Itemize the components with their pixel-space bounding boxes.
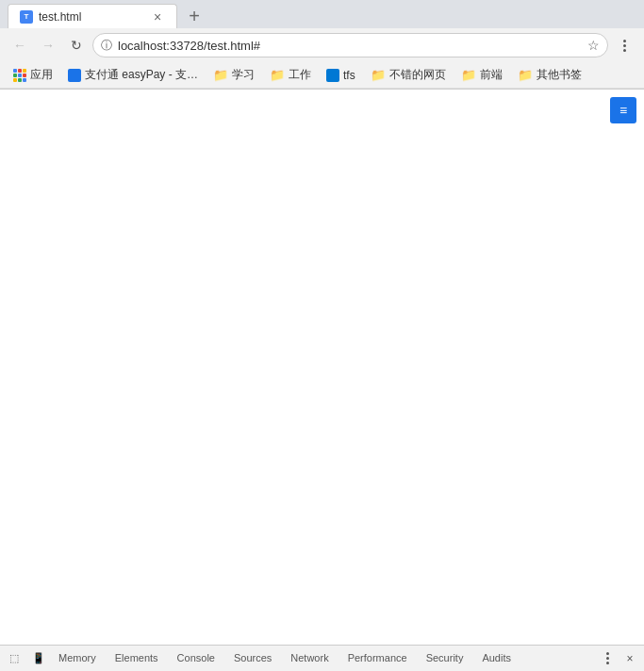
devtools-tab-audits[interactable]: Audits — [472, 648, 520, 669]
bookmark-zhifutong-label: 支付通 easyPay - 支… — [85, 67, 198, 83]
tab-favicon-text: T — [25, 12, 29, 21]
new-tab-button[interactable]: + — [181, 4, 207, 28]
tab-title: test.html — [39, 10, 144, 24]
refresh-icon: ↻ — [71, 38, 82, 53]
bookmark-frontend[interactable]: 📁 前端 — [455, 65, 508, 85]
bookmark-good-pages[interactable]: 📁 不错的网页 — [365, 65, 452, 85]
bookmark-work-label: 工作 — [289, 67, 311, 83]
bookmark-tfs-label: tfs — [343, 69, 355, 82]
bookmark-star-icon[interactable]: ☆ — [587, 38, 600, 53]
forward-icon: → — [41, 38, 55, 53]
address-bar[interactable]: ⓘ ☆ — [92, 33, 608, 57]
page-menu-button[interactable]: ≡ — [610, 97, 636, 123]
devtools-tab-performance[interactable]: Performance — [339, 648, 417, 669]
bookmark-study-label: 学习 — [232, 67, 255, 83]
folder-icon-other: 📁 — [518, 68, 533, 82]
devtools-more-button[interactable] — [597, 648, 618, 669]
bookmark-study[interactable]: 📁 学习 — [207, 65, 260, 85]
active-tab[interactable]: T test.html × — [8, 4, 177, 28]
bookmark-apps-label: 应用 — [30, 67, 53, 83]
info-icon: ⓘ — [101, 38, 112, 54]
device-icon: 📱 — [32, 652, 45, 664]
bookmark-other[interactable]: 📁 其他书签 — [512, 65, 587, 85]
three-dots-icon — [623, 40, 626, 52]
bookmark-other-label: 其他书签 — [537, 67, 582, 83]
folder-icon-good: 📁 — [371, 68, 386, 82]
bookmarks-bar: 应用 支付通 easyPay - 支… 📁 学习 📁 工作 tfs 📁 不错的网… — [0, 62, 644, 89]
devtools-device-button[interactable]: 📱 — [28, 648, 49, 669]
page-content: ≡ — [0, 90, 644, 645]
browser-chrome: T test.html × + ← → ↻ ⓘ ☆ — [0, 0, 644, 90]
tab-bar: T test.html × + — [0, 0, 644, 28]
devtools-three-dots-icon — [606, 652, 609, 664]
bookmark-frontend-label: 前端 — [480, 67, 503, 83]
apps-grid-icon — [13, 69, 26, 82]
tab-close-button[interactable]: × — [150, 9, 165, 25]
devtools-tab-sources[interactable]: Sources — [224, 648, 281, 669]
forward-button[interactable]: → — [36, 33, 60, 57]
tab-favicon: T — [20, 10, 33, 24]
devtools-right-controls: × — [597, 648, 640, 669]
refresh-button[interactable]: ↻ — [64, 33, 89, 57]
bookmark-zhifutong[interactable]: 支付通 easyPay - 支… — [62, 65, 204, 85]
tfs-favicon — [326, 69, 339, 82]
devtools-tab-console[interactable]: Console — [168, 648, 224, 669]
back-button[interactable]: ← — [8, 33, 32, 57]
bookmark-work[interactable]: 📁 工作 — [264, 65, 317, 85]
devtools-inspect-button[interactable]: ⬚ — [4, 648, 25, 669]
devtools-tab-security[interactable]: Security — [417, 648, 473, 669]
devtools-left-controls: ⬚ 📱 — [4, 648, 49, 669]
devtools-close-button[interactable]: × — [619, 648, 640, 669]
menu-lines-icon: ≡ — [619, 103, 627, 118]
back-icon: ← — [13, 38, 26, 53]
nav-bar: ← → ↻ ⓘ ☆ — [0, 28, 644, 62]
devtools-tab-elements[interactable]: Elements — [106, 648, 168, 669]
cursor-icon: ⬚ — [9, 652, 19, 664]
folder-icon-frontend: 📁 — [461, 68, 476, 82]
bookmark-apps[interactable]: 应用 — [8, 65, 58, 85]
devtools-bar: ⬚ 📱 Memory Elements Console Sources Netw… — [0, 645, 644, 671]
bookmark-tfs[interactable]: tfs — [321, 67, 361, 84]
devtools-tabs: Memory Elements Console Sources Network … — [49, 648, 520, 669]
devtools-tab-network[interactable]: Network — [281, 648, 338, 669]
bookmark-good-pages-label: 不错的网页 — [389, 67, 446, 83]
folder-icon-work: 📁 — [270, 68, 285, 82]
zhifutong-favicon — [68, 69, 81, 82]
devtools-tab-memory[interactable]: Memory — [49, 648, 106, 669]
devtools-close-icon: × — [626, 652, 633, 665]
folder-icon: 📁 — [213, 68, 228, 82]
browser-menu-button[interactable] — [612, 33, 636, 57]
url-input[interactable] — [118, 39, 582, 53]
